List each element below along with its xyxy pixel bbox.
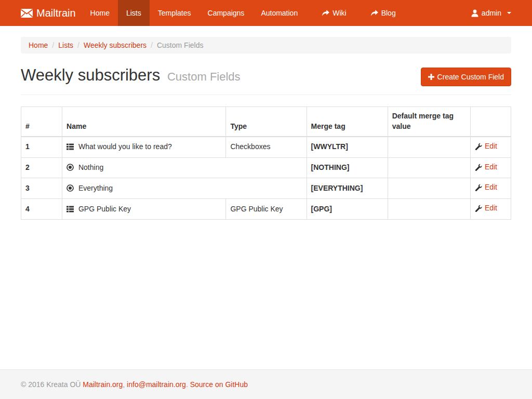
table-row: 2 Nothing [NOTHING] Edit	[21, 157, 511, 178]
github-source-link[interactable]: Source on GitHub	[190, 380, 248, 389]
default-merge-tag-value	[388, 199, 470, 220]
breadcrumb-separator: /	[73, 41, 84, 49]
create-custom-field-button[interactable]: Create Custom Field	[421, 68, 511, 86]
field-name-cell: Everything	[62, 178, 307, 199]
nav-item-templates[interactable]: Templates	[150, 0, 200, 26]
row-index: 4	[21, 199, 62, 220]
column-header-name: Name	[62, 107, 226, 137]
field-name-cell: What would you like to read?	[62, 137, 226, 157]
column-header-actions	[470, 107, 511, 137]
breadcrumb: Home / Lists / Weekly subscribers / Cust…	[21, 37, 511, 54]
edit-link[interactable]: Edit	[475, 141, 497, 152]
breadcrumb-separator: /	[48, 41, 58, 49]
nav-item-lists[interactable]: Lists	[118, 0, 150, 26]
brand-link[interactable]: Mailtrain	[21, 0, 76, 26]
field-type: GPG Public Key	[226, 199, 307, 220]
field-name-cell: GPG Public Key	[62, 199, 226, 220]
navbar: Mailtrain Home Lists Templates Campaigns…	[0, 0, 532, 26]
merge-tag: [NOTHING]	[307, 157, 388, 178]
field-name: GPG Public Key	[78, 205, 131, 213]
plus-icon	[428, 74, 434, 80]
edit-link[interactable]: Edit	[475, 203, 497, 214]
nav-item-campaigns[interactable]: Campaigns	[200, 0, 253, 26]
share-arrow-icon	[322, 10, 329, 17]
field-name: Everything	[78, 184, 113, 192]
row-index: 2	[21, 157, 62, 178]
main-content: Home / Lists / Weekly subscribers / Cust…	[0, 26, 532, 369]
edit-link[interactable]: Edit	[475, 162, 497, 172]
field-type: Checkboxes	[226, 137, 307, 157]
breadcrumb-current: Custom Fields	[157, 41, 203, 49]
column-header-default-merge-tag-value: Default merge tag value	[388, 107, 470, 137]
actions-cell: Edit	[470, 178, 511, 199]
user-menu[interactable]: admin	[463, 0, 511, 26]
field-name-cell: Nothing	[62, 157, 307, 178]
wrench-icon	[475, 205, 482, 212]
table-row: 1 What would you like to read? Checkboxe…	[21, 137, 511, 157]
breadcrumb-separator: /	[147, 41, 157, 49]
list-icon	[66, 206, 74, 212]
nav-item-wiki[interactable]: Wiki	[313, 0, 354, 26]
merge-tag: [GPG]	[307, 199, 388, 220]
mailtrain-org-link[interactable]: Mailtrain.org	[83, 380, 123, 389]
user-label: admin	[482, 9, 501, 17]
field-name: What would you like to read?	[78, 142, 172, 151]
page-title: Weekly subscribers	[21, 66, 160, 84]
wrench-icon	[475, 143, 482, 150]
table-row: 4 GPG Public Key GPG Public Key [GPG]	[21, 199, 511, 220]
edit-label: Edit	[485, 182, 497, 193]
merge-tag: [EVERYTHING]	[307, 178, 388, 199]
list-icon	[66, 143, 74, 150]
actions-cell: Edit	[470, 199, 511, 220]
breadcrumb-lists[interactable]: Lists	[58, 41, 73, 49]
field-name: Nothing	[78, 163, 103, 171]
merge-tag: [WWYLTR]	[307, 137, 388, 157]
user-icon	[471, 9, 478, 17]
nav-item-blog[interactable]: Blog	[362, 0, 404, 26]
page-subtitle: Custom Fields	[167, 70, 241, 83]
edit-label: Edit	[485, 203, 497, 214]
page-header: Weekly subscribers Custom Fields Create …	[21, 66, 511, 95]
default-merge-tag-value	[388, 137, 470, 157]
column-header-merge-tag: Merge tag	[307, 107, 388, 137]
row-index: 3	[21, 178, 62, 199]
table-body: 1 What would you like to read? Checkboxe…	[21, 137, 511, 220]
main-nav: Home Lists Templates Campaigns Automatio…	[82, 0, 404, 26]
record-icon	[66, 184, 74, 192]
copyright-text: © 2016 Kreata OÜ	[21, 380, 81, 389]
actions-cell: Edit	[470, 137, 511, 157]
edit-link[interactable]: Edit	[475, 182, 497, 193]
record-icon	[66, 164, 74, 171]
caret-down-icon	[507, 12, 511, 14]
wrench-icon	[475, 164, 482, 171]
brand-label: Mailtrain	[36, 7, 76, 19]
email-link[interactable]: info@mailtrain.org	[127, 380, 186, 389]
custom-fields-table: # Name Type Merge tag Default merge tag …	[21, 107, 511, 220]
actions-cell: Edit	[470, 157, 511, 178]
wrench-icon	[475, 184, 482, 191]
row-index: 1	[21, 137, 62, 157]
edit-label: Edit	[485, 162, 497, 172]
edit-label: Edit	[485, 141, 497, 152]
table-row: 3 Everything [EVERYTHING] Edit	[21, 178, 511, 199]
nav-item-automation[interactable]: Automation	[252, 0, 306, 26]
default-merge-tag-value	[388, 178, 470, 199]
share-arrow-icon	[370, 10, 378, 17]
default-merge-tag-value	[388, 157, 470, 178]
breadcrumb-home[interactable]: Home	[29, 41, 48, 49]
footer: © 2016 Kreata OÜ Mailtrain.org, info@mai…	[0, 369, 532, 399]
column-header-index: #	[21, 107, 62, 137]
nav-item-home[interactable]: Home	[82, 0, 118, 26]
table-header-row: # Name Type Merge tag Default merge tag …	[21, 107, 511, 137]
breadcrumb-weekly-subscribers[interactable]: Weekly subscribers	[84, 41, 147, 49]
column-header-type: Type	[226, 107, 307, 137]
envelope-icon	[21, 9, 33, 18]
